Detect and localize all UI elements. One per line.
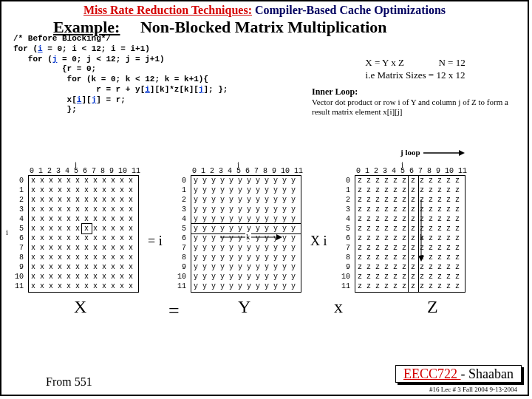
- header-subtitle: Compiler-Based Cache Optimizations: [255, 4, 446, 16]
- code-l1: /* Before Blocking*/: [13, 34, 111, 43]
- label-X: X: [74, 297, 86, 317]
- svg-marker-5: [418, 256, 424, 262]
- header-techniques: Miss Rate Reduction Techniques:: [83, 4, 252, 16]
- row-index: 0 1 2 3 4 5 6 7 8 9 10 11: [177, 176, 186, 291]
- notes-n12: N = 12: [438, 57, 465, 68]
- k-arrow-y: [219, 234, 285, 248]
- arrow-right-icon: [422, 149, 466, 157]
- label-Y: Y: [238, 297, 250, 317]
- label-mul: x: [334, 297, 343, 317]
- matrices-area: j 0 1 2 3 4 5 6 7 8 9 10 11 0 1 2 3 4 5 …: [12, 161, 522, 331]
- i-label: i: [6, 228, 8, 236]
- row-index: 0 1 2 3 4 5 6 7 8 9 10 11: [15, 176, 24, 291]
- notes-eq: X = Y x Z: [365, 57, 404, 68]
- col-header: 0 1 2 3 4 5 6 7 8 9 10 11: [356, 167, 467, 175]
- matrix-z-grid: z z z z z z z z z z z z z z z z z z z z …: [358, 176, 460, 291]
- footer-lecture: #16 Lec # 3 Fall 2004 9-13-2004: [429, 386, 517, 393]
- jloop-label: j loop: [400, 148, 466, 157]
- col-header: 0 1 2 3 4 5 6 7 8 9 10 11: [192, 167, 303, 175]
- notes-block: X = Y x Z N = 12 i.e Matrix Sizes = 12 x…: [312, 57, 519, 117]
- slide-header: Miss Rate Reduction Techniques: Compiler…: [1, 3, 528, 17]
- k-label: k: [420, 232, 424, 241]
- notes-inner-title: Inner Loop:: [312, 86, 519, 98]
- from-551: From 551: [46, 375, 92, 389]
- label-Z: Z: [427, 297, 438, 317]
- svg-marker-3: [276, 234, 282, 240]
- matrix-x-grid: x x x x x x x x x x x x x x x x x x x x …: [31, 176, 133, 291]
- op-eq: = i: [148, 233, 163, 249]
- notes-inner-desc: Vector dot product or row i of Y and col…: [312, 98, 519, 117]
- op-mul: X i: [310, 233, 327, 249]
- code-block: /* Before Blocking*/ for (i = 0; i < 12;…: [13, 34, 228, 115]
- notes-sizes: i.e Matrix Sizes = 12 x 12: [312, 69, 519, 81]
- col-header: 0 1 2 3 4 5 6 7 8 9 10 11: [30, 167, 140, 175]
- row-index: 0 1 2 3 4 5 6 7 8 9 10 11: [341, 176, 350, 291]
- svg-marker-1: [459, 150, 465, 156]
- label-eq: =: [168, 300, 180, 322]
- footer-course: EECC722 - Shaaban: [395, 365, 522, 383]
- k-label: k: [245, 232, 251, 241]
